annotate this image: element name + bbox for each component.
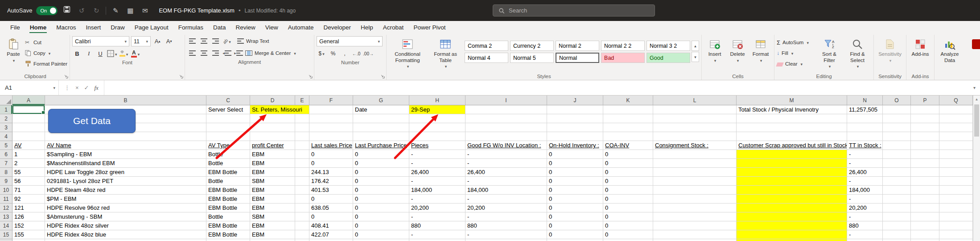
cell-D16[interactable]: [250, 239, 295, 241]
cell-B5[interactable]: AV Name: [45, 141, 206, 150]
cell-N7[interactable]: -: [847, 159, 883, 168]
cell-A8[interactable]: 55: [12, 168, 45, 177]
cell-C13[interactable]: Bottle: [206, 212, 250, 221]
cell-M16[interactable]: [737, 239, 847, 241]
cell-H10[interactable]: 184,000: [409, 186, 465, 195]
cell-J9[interactable]: 0: [547, 177, 603, 186]
cell-G1[interactable]: Date: [353, 105, 409, 114]
cell-L2[interactable]: [653, 114, 737, 123]
cell-M8[interactable]: [737, 168, 847, 177]
cell-style-normal-5[interactable]: Normal 5: [510, 53, 554, 63]
gallery-up-button[interactable]: ▴: [692, 41, 699, 51]
fill-color-button[interactable]: [119, 49, 129, 58]
column-header-C[interactable]: C: [206, 96, 250, 105]
cell-F14[interactable]: 408.41: [309, 221, 353, 230]
cell-O3[interactable]: [883, 123, 911, 132]
cell-I3[interactable]: [465, 123, 547, 132]
borders-button[interactable]: [107, 49, 117, 58]
align-center-button[interactable]: [199, 48, 209, 58]
dialog-launcher-icon[interactable]: [380, 74, 385, 79]
align-bottom-button[interactable]: [210, 36, 220, 46]
align-left-button[interactable]: [187, 48, 197, 58]
cell-K2[interactable]: [603, 114, 653, 123]
cell-H4[interactable]: [409, 132, 465, 141]
cell-G4[interactable]: [353, 132, 409, 141]
insert-cells-button[interactable]: Insert: [704, 37, 725, 63]
cell-style-normal-3-2[interactable]: Normal 3 2: [646, 41, 690, 51]
cell-N3[interactable]: [847, 123, 883, 132]
cell-D8[interactable]: EBM: [250, 168, 295, 177]
cell-H1[interactable]: 29-Sep: [409, 105, 465, 114]
cell-A10[interactable]: 71: [12, 186, 45, 195]
cell-N9[interactable]: -: [847, 177, 883, 186]
cell-Q2[interactable]: [939, 114, 973, 123]
last-modified-text[interactable]: Last Modified: 4h ago: [244, 8, 296, 14]
menu-tab-power-pivot[interactable]: Power Pivot: [408, 21, 450, 34]
cell-J3[interactable]: [547, 123, 603, 132]
cell-F6[interactable]: 0: [309, 150, 353, 159]
cell-F1[interactable]: [309, 105, 353, 114]
mail-icon[interactable]: ✉: [140, 5, 150, 16]
cell-J11[interactable]: 0: [547, 195, 603, 204]
cell-G6[interactable]: 0: [353, 150, 409, 159]
cell-H14[interactable]: 880: [409, 221, 465, 230]
cell-style-bad[interactable]: Bad: [601, 53, 645, 63]
menu-tab-review[interactable]: Review: [231, 21, 260, 34]
column-header-A[interactable]: A: [12, 96, 45, 105]
scrollbar-thumb[interactable]: [974, 104, 979, 137]
cell-A3[interactable]: [12, 123, 45, 132]
cell-P5[interactable]: [911, 141, 939, 150]
cell-I7[interactable]: -: [465, 159, 547, 168]
cell-M14[interactable]: [737, 221, 847, 230]
cell-I6[interactable]: -: [465, 150, 547, 159]
cell-J5[interactable]: On-Hold Inventory :: [547, 141, 603, 150]
number-format-select[interactable]: General▾: [317, 36, 383, 46]
cell-H12[interactable]: 20,200: [409, 204, 465, 212]
cell-P7[interactable]: [911, 159, 939, 168]
row-header-15[interactable]: 15: [0, 230, 12, 239]
sensitivity-button[interactable]: Sensitivity: [876, 37, 904, 63]
cell-A4[interactable]: [12, 132, 45, 141]
scroll-up-icon[interactable]: ▲: [973, 96, 980, 104]
cell-style-normal-2-2[interactable]: Normal 2 2: [601, 41, 645, 51]
cell-N2[interactable]: [847, 114, 883, 123]
cell-E8[interactable]: [295, 168, 309, 177]
row-header-8[interactable]: 8: [0, 168, 12, 177]
vertical-scrollbar[interactable]: ▲: [973, 96, 980, 241]
cell-P14[interactable]: [911, 221, 939, 230]
cell-J12[interactable]: 0: [547, 204, 603, 212]
menu-tab-view[interactable]: View: [260, 21, 283, 34]
cell-D15[interactable]: EBM: [250, 230, 295, 239]
conditional-formatting-button[interactable]: Conditional Formatting: [389, 37, 426, 70]
cell-B10[interactable]: HDPE Steam 48oz red: [45, 186, 206, 195]
cell-P10[interactable]: [911, 186, 939, 195]
column-header-Q[interactable]: Q: [939, 96, 973, 105]
cell-F12[interactable]: 638.05: [309, 204, 353, 212]
cell-D10[interactable]: EBM: [250, 186, 295, 195]
cell-I15[interactable]: -: [465, 230, 547, 239]
cell-P1[interactable]: [911, 105, 939, 114]
column-header-L[interactable]: L: [653, 96, 737, 105]
cell-H15[interactable]: -: [409, 230, 465, 239]
align-right-button[interactable]: [210, 48, 220, 58]
cell-D3[interactable]: [250, 123, 295, 132]
menu-tab-macros[interactable]: Macros: [51, 21, 81, 34]
row-header-10[interactable]: 10: [0, 186, 12, 195]
sort-filter-button[interactable]: AZ Sort & Filter: [816, 37, 842, 70]
cell-A15[interactable]: 155: [12, 230, 45, 239]
cell-C5[interactable]: AV Type: [206, 141, 250, 150]
cell-B11[interactable]: $PM - EBM: [45, 195, 206, 204]
cell-G3[interactable]: [353, 123, 409, 132]
column-header-F[interactable]: F: [309, 96, 353, 105]
column-header-B[interactable]: B: [45, 96, 206, 105]
cell-D4[interactable]: [250, 132, 295, 141]
cell-Q16[interactable]: [939, 239, 973, 241]
cell-O10[interactable]: [883, 186, 911, 195]
paste-button[interactable]: Paste: [3, 37, 24, 63]
row-header-2[interactable]: 2: [0, 114, 12, 123]
name-box[interactable]: A1▾: [0, 80, 59, 95]
cell-M9[interactable]: [737, 177, 847, 186]
cell-C16[interactable]: [206, 239, 250, 241]
cell-C8[interactable]: EBM Bottle: [206, 168, 250, 177]
cell-K13[interactable]: 0: [603, 212, 653, 221]
